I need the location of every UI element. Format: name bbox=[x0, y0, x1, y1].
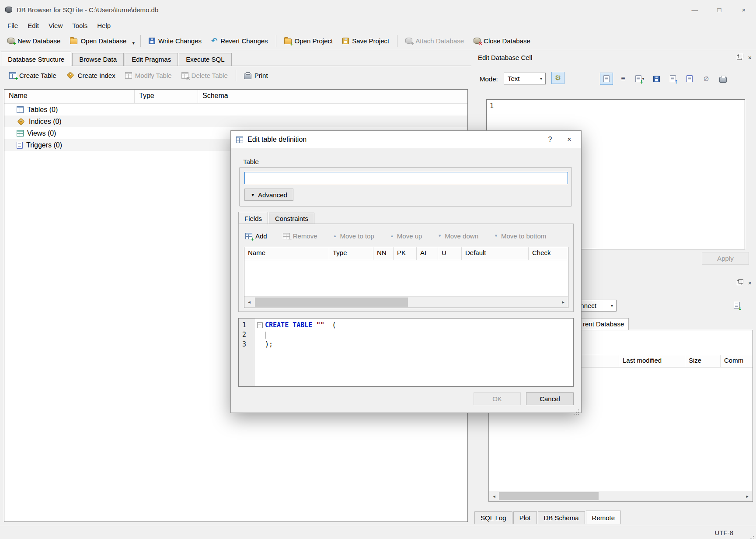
auto-format-button[interactable]: ⚙ bbox=[551, 72, 564, 84]
field-column-pk[interactable]: PK bbox=[394, 247, 417, 260]
fields-horizontal-scrollbar[interactable]: ◂ ▸ bbox=[244, 296, 568, 308]
tree-row-indices[interactable]: Indices (0) bbox=[4, 116, 467, 127]
mode-combobox[interactable]: Text ▾ bbox=[504, 73, 546, 84]
remote-column-size[interactable]: Size bbox=[685, 355, 721, 367]
fold-collapse-icon[interactable] bbox=[257, 322, 263, 328]
remote-column-last-modified[interactable]: Last modified bbox=[619, 355, 685, 367]
scroll-left-icon[interactable]: ◂ bbox=[244, 297, 254, 308]
field-column-u[interactable]: U bbox=[438, 247, 462, 260]
field-column-nn[interactable]: NN bbox=[373, 247, 394, 260]
remote-horizontal-scrollbar[interactable]: ◂ ▸ bbox=[489, 491, 752, 501]
tree-row-tables[interactable]: Tables (0) bbox=[4, 104, 467, 116]
advanced-label: Advanced bbox=[258, 191, 287, 199]
new-database-icon bbox=[7, 38, 14, 44]
set-null-button[interactable]: ∅ bbox=[700, 73, 713, 85]
scrollbar-thumb[interactable] bbox=[255, 298, 408, 307]
new-database-button[interactable]: New Database bbox=[3, 33, 65, 48]
tab-remote[interactable]: Remote bbox=[586, 511, 621, 524]
scroll-right-icon[interactable]: ▸ bbox=[742, 491, 752, 501]
move-to-top-label: Move to top bbox=[340, 232, 374, 240]
field-column-ai[interactable]: AI bbox=[417, 247, 438, 260]
add-field-button[interactable]: Add bbox=[245, 232, 267, 240]
close-database-button[interactable]: Close Database bbox=[469, 33, 535, 48]
tree-column-type[interactable]: Type bbox=[135, 90, 198, 103]
dialog-close-button[interactable]: × bbox=[563, 134, 576, 145]
field-column-type[interactable]: Type bbox=[329, 247, 373, 260]
tab-sql-log[interactable]: SQL Log bbox=[474, 511, 512, 524]
remote-clone-button[interactable] bbox=[730, 299, 743, 312]
remote-column-commit[interactable]: Comm bbox=[721, 355, 753, 367]
menu-view[interactable]: View bbox=[44, 21, 67, 31]
dock-buttons bbox=[737, 54, 753, 61]
import-file-button[interactable]: ▾ bbox=[633, 73, 646, 85]
text-mode-button[interactable] bbox=[600, 73, 613, 85]
tab-constraints[interactable]: Constraints bbox=[269, 213, 314, 224]
cancel-button[interactable]: Cancel bbox=[526, 392, 574, 405]
dialog-resize-grip[interactable] bbox=[578, 410, 579, 410]
close-button[interactable]: × bbox=[732, 0, 756, 19]
remote-tab-current-database[interactable]: rent Database bbox=[578, 318, 629, 330]
move-to-top-button[interactable]: ▲ Move to top bbox=[333, 232, 374, 240]
tree-column-name[interactable]: Name bbox=[4, 90, 135, 103]
tab-fields[interactable]: Fields bbox=[238, 212, 268, 224]
sql-preview[interactable]: 1 2 3 CREATE TABLE "" ( ); bbox=[238, 318, 574, 387]
table-name-input[interactable] bbox=[244, 172, 568, 184]
edit-cell-dock-header: Edit Database Cell bbox=[474, 52, 756, 63]
print-cell-button[interactable] bbox=[716, 73, 729, 85]
advanced-toggle-button[interactable]: ▼ Advanced bbox=[244, 189, 293, 201]
open-database-dropdown-icon[interactable]: ▾ bbox=[131, 36, 137, 46]
tab-db-schema[interactable]: DB Schema bbox=[538, 511, 585, 524]
move-down-button[interactable]: ▼ Move down bbox=[438, 232, 478, 240]
field-column-name[interactable]: Name bbox=[244, 247, 329, 260]
create-table-button[interactable]: Create Table bbox=[4, 68, 61, 83]
tab-database-structure[interactable]: Database Structure bbox=[1, 52, 71, 66]
tree-column-schema[interactable]: Schema bbox=[198, 90, 467, 103]
close-dock-icon[interactable] bbox=[748, 54, 752, 61]
tab-browse-data[interactable]: Browse Data bbox=[72, 53, 124, 66]
scroll-left-icon[interactable]: ◂ bbox=[489, 491, 499, 501]
align-button[interactable]: ≡ bbox=[617, 73, 630, 85]
save-file-button[interactable] bbox=[650, 73, 663, 85]
export-button[interactable] bbox=[666, 73, 679, 85]
main-tabbar: Database Structure Browse Data Edit Prag… bbox=[1, 52, 471, 66]
scroll-right-icon[interactable]: ▸ bbox=[558, 297, 568, 308]
move-up-icon: ▲ bbox=[390, 234, 394, 238]
cell-panel-icon-toolbar: ≡ ▾ ∅ bbox=[600, 73, 729, 85]
maximize-button[interactable]: □ bbox=[707, 0, 732, 19]
fields-table: Name Type NN PK AI U Default Check ◂ ▸ bbox=[244, 247, 568, 308]
move-up-button[interactable]: ▲ Move up bbox=[390, 232, 422, 240]
tab-execute-sql[interactable]: Execute SQL bbox=[179, 53, 231, 66]
ok-button[interactable]: OK bbox=[474, 392, 521, 405]
menu-help[interactable]: Help bbox=[92, 21, 115, 31]
word-wrap-button[interactable] bbox=[683, 73, 696, 85]
window-resize-grip[interactable] bbox=[753, 536, 754, 537]
menu-edit[interactable]: Edit bbox=[23, 21, 44, 31]
modify-table-button[interactable]: Modify Table bbox=[120, 68, 177, 83]
open-project-button[interactable]: Open Project bbox=[279, 33, 338, 48]
minimize-button[interactable]: — bbox=[683, 0, 707, 19]
create-index-button[interactable]: Create Index bbox=[61, 68, 120, 83]
scrollbar-thumb[interactable] bbox=[499, 492, 599, 500]
field-column-check[interactable]: Check bbox=[529, 247, 568, 260]
apply-button[interactable]: Apply bbox=[702, 252, 749, 265]
menu-file[interactable]: File bbox=[3, 21, 23, 31]
remove-field-button[interactable]: Remove bbox=[283, 232, 317, 240]
menu-tools[interactable]: Tools bbox=[67, 21, 92, 31]
move-to-bottom-button[interactable]: ▼ Move to bottom bbox=[494, 232, 546, 240]
float-dock-icon[interactable] bbox=[737, 280, 742, 285]
print-button[interactable]: Print bbox=[239, 68, 273, 83]
dialog-help-button[interactable]: ? bbox=[543, 134, 557, 145]
attach-database-button[interactable]: Attach Database bbox=[401, 33, 469, 48]
tab-edit-pragmas[interactable]: Edit Pragmas bbox=[125, 53, 178, 66]
revert-changes-button[interactable]: Revert Changes bbox=[206, 33, 273, 48]
delete-table-button[interactable]: Delete Table bbox=[177, 68, 233, 83]
open-database-button[interactable]: Open Database bbox=[65, 33, 131, 48]
line-number: 3 bbox=[242, 340, 254, 349]
write-changes-button[interactable]: Write Changes bbox=[144, 33, 206, 48]
tab-plot[interactable]: Plot bbox=[513, 511, 537, 524]
field-column-default[interactable]: Default bbox=[462, 247, 529, 260]
close-dock-icon[interactable] bbox=[748, 279, 752, 287]
fields-table-body[interactable] bbox=[244, 260, 568, 297]
float-dock-icon[interactable] bbox=[737, 55, 742, 60]
save-project-button[interactable]: Save Project bbox=[338, 33, 394, 48]
